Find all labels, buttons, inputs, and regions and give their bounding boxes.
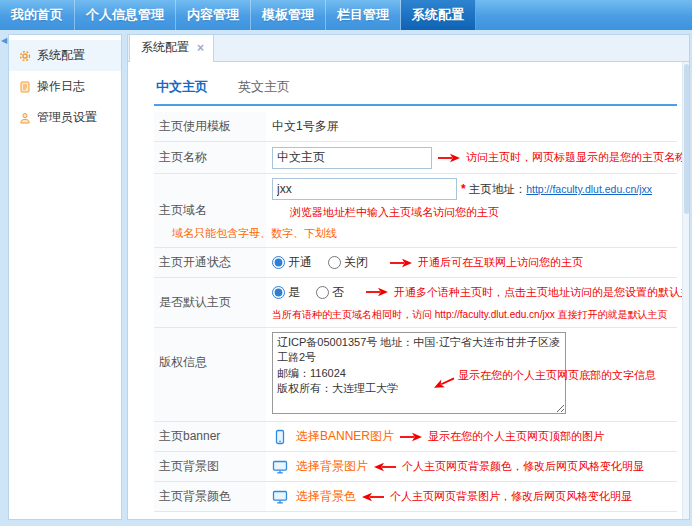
monitor-icon[interactable] bbox=[272, 459, 288, 475]
field-label-background-image: 主页背景图 bbox=[154, 452, 266, 481]
annotation-banner: 显示在您的个人主页网页顶部的图片 bbox=[428, 429, 604, 444]
default-no-radio[interactable]: 否 bbox=[316, 284, 344, 301]
nav-template-mgmt[interactable]: 模板管理 bbox=[251, 0, 326, 30]
close-icon[interactable]: × bbox=[197, 42, 204, 54]
annotation-copyright: 显示在您的个人主页网页底部的文字信息 bbox=[458, 368, 656, 383]
scrollbar-thumb[interactable] bbox=[684, 64, 689, 214]
top-navigation: 我的首页 个人信息管理 内容管理 模板管理 栏目管理 系统配置 bbox=[0, 0, 692, 30]
field-label-background-color: 主页背景颜色 bbox=[154, 482, 266, 511]
choose-background-image-link[interactable]: 选择背景图片 bbox=[296, 458, 368, 475]
page: 我的首页 个人信息管理 内容管理 模板管理 栏目管理 系统配置 ◀ 系统配置 操… bbox=[0, 0, 692, 526]
main-panel: 系统配置 × 中文主页 英文主页 主页使用模板 中文1号多屏 bbox=[127, 34, 690, 520]
homepage-name-input[interactable] bbox=[272, 147, 432, 169]
monitor-icon[interactable] bbox=[272, 489, 288, 505]
field-label-banner: 主页banner bbox=[154, 422, 266, 451]
status-open-radio-input[interactable] bbox=[272, 256, 285, 269]
form-row-default-home: 是否默认主页 是 否 bbox=[154, 278, 677, 328]
tab-strip: 系统配置 × bbox=[128, 35, 689, 62]
choose-banner-link[interactable]: 选择BANNER图片 bbox=[296, 428, 394, 445]
nav-personal-info[interactable]: 个人信息管理 bbox=[75, 0, 176, 30]
settings-form: 主页使用模板 中文1号多屏 主页名称 bbox=[154, 112, 677, 512]
form-row-homepage-name: 主页名称 访问主页时，网页标题显示的是您的主页名称 bbox=[154, 142, 677, 174]
scrollbar[interactable] bbox=[682, 62, 689, 519]
default-yes-radio[interactable]: 是 bbox=[272, 284, 300, 301]
template-value: 中文1号多屏 bbox=[272, 118, 339, 135]
annotation-open-status: 开通后可在互联网上访问您的主页 bbox=[418, 255, 583, 270]
nav-column-mgmt[interactable]: 栏目管理 bbox=[326, 0, 401, 30]
choose-background-color-link[interactable]: 选择背景色 bbox=[296, 488, 356, 505]
language-tabs: 中文主页 英文主页 bbox=[154, 72, 677, 106]
annotation-arrow bbox=[373, 462, 397, 472]
required-asterisk: * bbox=[461, 182, 466, 196]
field-label-open-status: 主页开通状态 bbox=[154, 248, 266, 277]
form-row-banner: 主页banner 选择BANNER图片 显示在您的个人主页网页 bbox=[154, 422, 677, 452]
sidebar: 系统配置 操作日志 管理员设置 bbox=[8, 34, 122, 520]
annotation-domain: 浏览器地址栏中输入主页域名访问您的主页 bbox=[290, 205, 677, 220]
annotation-arrow bbox=[399, 432, 423, 442]
field-label-homepage-name: 主页名称 bbox=[154, 142, 266, 173]
content-area: 中文主页 英文主页 主页使用模板 中文1号多屏 主页名称 bbox=[128, 62, 689, 520]
form-row-copyright: 版权信息 辽ICP备05001357号 地址：中国·辽宁省大连市甘井子区凌工路2… bbox=[154, 328, 677, 422]
annotation-default-home: 开通多个语种主页时，点击主页地址访问的是您设置的默认主页 bbox=[394, 285, 690, 300]
status-closed-radio[interactable]: 关闭 bbox=[328, 254, 368, 271]
default-yes-radio-input[interactable] bbox=[272, 286, 285, 299]
field-label-default-home: 是否默认主页 bbox=[154, 278, 266, 327]
field-label-copyright: 版权信息 bbox=[154, 328, 266, 421]
sidebar-item-admin-settings[interactable]: 管理员设置 bbox=[9, 102, 121, 133]
radio-label: 否 bbox=[332, 284, 344, 301]
homepage-url-link[interactable]: http://faculty.dlut.edu.cn/jxx bbox=[526, 183, 652, 195]
default-no-radio-input[interactable] bbox=[316, 286, 329, 299]
annotation-background-color: 个人主页网页背景图片，修改后网页风格变化明显 bbox=[390, 489, 632, 504]
annotation-arrow bbox=[389, 258, 413, 268]
nav-my-home[interactable]: 我的首页 bbox=[0, 0, 75, 30]
tab-label: 系统配置 bbox=[141, 39, 189, 56]
homepage-address-label: 主页地址： bbox=[469, 182, 527, 197]
field-label-template: 主页使用模板 bbox=[154, 112, 266, 141]
gear-icon bbox=[19, 50, 31, 62]
radio-label: 关闭 bbox=[344, 254, 368, 271]
tab-system-config[interactable]: 系统配置 × bbox=[129, 34, 214, 62]
status-open-radio[interactable]: 开通 bbox=[272, 254, 312, 271]
radio-label: 是 bbox=[288, 284, 300, 301]
annotation-copyright-wrap: 显示在您的个人主页网页底部的文字信息 bbox=[432, 368, 656, 388]
sidebar-item-system-config[interactable]: 系统配置 bbox=[9, 40, 121, 71]
sidebar-item-label: 操作日志 bbox=[37, 78, 85, 95]
annotation-homepage-name: 访问主页时，网页标题显示的是您的主页名称 bbox=[466, 150, 686, 165]
annotation-arrow bbox=[437, 153, 461, 163]
annotation-default-home-2: 当所有语种的主页域名相同时，访问 http://faculty.dlut.edu… bbox=[272, 308, 690, 322]
annotation-arrow bbox=[361, 492, 385, 502]
tab-english-home[interactable]: 英文主页 bbox=[236, 72, 292, 104]
layout: 系统配置 操作日志 管理员设置 系统配置 bbox=[0, 30, 692, 522]
form-row-template: 主页使用模板 中文1号多屏 bbox=[154, 112, 677, 142]
annotation-arrow bbox=[365, 287, 389, 297]
domain-rule-hint: 域名只能包含字母、数字、下划线 bbox=[172, 226, 677, 241]
sidebar-item-operation-log[interactable]: 操作日志 bbox=[9, 71, 121, 102]
form-row-homepage-domain: 主页域名 * 主页地址： http://faculty.dlut.edu.cn/… bbox=[154, 174, 677, 248]
nav-content-mgmt[interactable]: 内容管理 bbox=[176, 0, 251, 30]
save-row: 保存修改 bbox=[154, 512, 677, 520]
phone-icon[interactable] bbox=[272, 429, 288, 445]
form-row-background-image: 主页背景图 选择背景图片 个人主页网页背景颜色，修改后网页风格 bbox=[154, 452, 677, 482]
status-closed-radio-input[interactable] bbox=[328, 256, 341, 269]
annotation-background-image: 个人主页网页背景颜色，修改后网页风格变化明显 bbox=[402, 459, 644, 474]
radio-label: 开通 bbox=[288, 254, 312, 271]
nav-system-config[interactable]: 系统配置 bbox=[401, 0, 476, 30]
admin-icon bbox=[19, 112, 31, 124]
homepage-domain-input[interactable] bbox=[272, 178, 457, 200]
collapse-sidebar-icon[interactable]: ◀ bbox=[1, 36, 7, 45]
sidebar-item-label: 系统配置 bbox=[37, 47, 85, 64]
tab-chinese-home[interactable]: 中文主页 bbox=[154, 72, 210, 104]
log-icon bbox=[19, 81, 31, 93]
form-row-background-color: 主页背景颜色 选择背景色 个人主页网页背景图片，修改后网页风格 bbox=[154, 482, 677, 512]
form-row-open-status: 主页开通状态 开通 关闭 bbox=[154, 248, 677, 278]
sidebar-item-label: 管理员设置 bbox=[37, 109, 97, 126]
